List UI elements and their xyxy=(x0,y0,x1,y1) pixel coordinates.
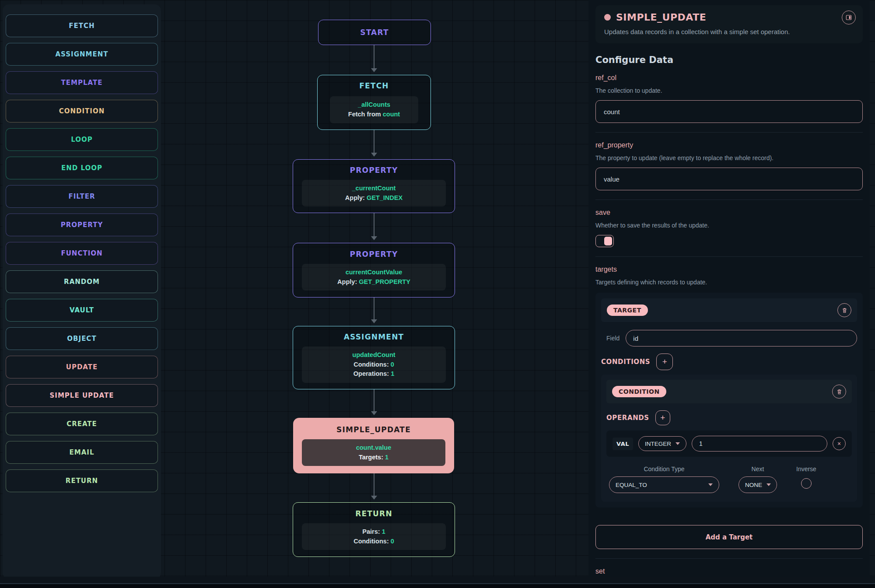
node-return-title: RETURN xyxy=(355,509,392,518)
operand-value-input[interactable] xyxy=(692,436,827,452)
inverse-radio[interactable] xyxy=(801,478,812,489)
palette-item-end-loop[interactable]: END LOOP xyxy=(6,157,158,179)
node-assignment-title: ASSIGNMENT xyxy=(344,332,404,341)
node-fetch-title: FETCH xyxy=(359,81,389,90)
panel-description: Updates data records in a collection wit… xyxy=(604,28,854,35)
save-label: save xyxy=(595,209,863,217)
close-icon: × xyxy=(837,440,841,447)
target-card: TARGET Field CONDITIONS + CONDITION xyxy=(595,293,863,508)
node-return-details: Pairs: 1 Conditions: 0 xyxy=(302,523,446,550)
trash-icon xyxy=(836,388,843,395)
condition-type-select[interactable]: EQUAL_TO xyxy=(609,476,719,493)
target-header-row: TARGET xyxy=(601,298,857,322)
ref-property-label: ref_property xyxy=(595,141,863,149)
palette-item-assignment[interactable]: ASSIGNMENT xyxy=(6,43,158,66)
trash-icon xyxy=(841,307,848,314)
edge-assignment-simpleupdate xyxy=(374,389,374,412)
palette-item-random[interactable]: RANDOM xyxy=(6,270,158,293)
divider xyxy=(595,200,863,200)
collapse-panel-button[interactable] xyxy=(842,10,856,24)
chevron-down-icon xyxy=(766,483,771,488)
palette-item-update[interactable]: UPDATE xyxy=(6,356,158,378)
node-property-2[interactable]: PROPERTY currentCountValue Apply: GET_PR… xyxy=(293,243,455,298)
condition-badge: CONDITION xyxy=(612,386,666,397)
node-property-1-details: _currentCount Apply: GET_INDEX xyxy=(302,180,446,207)
save-toggle[interactable] xyxy=(595,235,614,247)
condition-type-label: Condition Type xyxy=(644,466,684,472)
node-fetch[interactable]: FETCH _allCounts Fetch from count xyxy=(317,75,431,130)
plus-icon: + xyxy=(662,357,667,367)
node-property-2-title: PROPERTY xyxy=(350,250,398,259)
set-label: set xyxy=(595,567,863,575)
palette-item-function[interactable]: FUNCTION xyxy=(6,242,158,265)
config-panel: SIMPLE_UPDATE Updates data records in a … xyxy=(588,0,870,578)
bottom-bar xyxy=(0,577,875,583)
palette-item-vault[interactable]: VAULT xyxy=(6,299,158,322)
palette-item-email[interactable]: EMAIL xyxy=(6,441,158,464)
next-select[interactable]: NONE xyxy=(738,476,777,493)
node-palette-sidebar: FETCH ASSIGNMENT TEMPLATE CONDITION LOOP… xyxy=(3,4,161,579)
node-simple-update-title: SIMPLE_UPDATE xyxy=(336,425,411,434)
node-assignment[interactable]: ASSIGNMENT updatedCount Conditions: 0 Op… xyxy=(293,326,455,389)
node-property-2-details: currentCountValue Apply: GET_PROPERTY xyxy=(302,264,446,291)
ref-property-help: The property to update (leave empty to r… xyxy=(595,154,863,161)
palette-item-create[interactable]: CREATE xyxy=(6,413,158,435)
add-operand-button[interactable]: + xyxy=(655,410,670,425)
add-condition-button[interactable]: + xyxy=(656,354,673,370)
edge-property2-assignment xyxy=(374,298,374,320)
sidebar-layout-icon xyxy=(845,14,852,21)
edge-start-fetch xyxy=(374,45,374,69)
palette-item-property[interactable]: PROPERTY xyxy=(6,214,158,236)
save-help: Whether to save the results of the updat… xyxy=(595,222,863,229)
palette-item-return[interactable]: RETURN xyxy=(6,469,158,492)
delete-condition-button[interactable] xyxy=(832,385,846,399)
conditions-label: CONDITIONS xyxy=(601,358,650,366)
node-simple-update[interactable]: SIMPLE_UPDATE count.value Targets: 1 xyxy=(293,418,454,473)
operands-label: OPERANDS xyxy=(606,414,649,422)
chevron-down-icon xyxy=(676,442,680,447)
palette-item-simple-update[interactable]: SIMPLE UPDATE xyxy=(6,384,158,407)
node-property-1[interactable]: PROPERTY _currentCount Apply: GET_INDEX xyxy=(293,159,455,213)
panel-header: SIMPLE_UPDATE Updates data records in a … xyxy=(595,5,863,43)
field-input[interactable] xyxy=(626,330,857,346)
palette-item-template[interactable]: TEMPLATE xyxy=(6,71,158,94)
inverse-label: Inverse xyxy=(796,466,816,472)
operand-row: VAL INTEGER × xyxy=(606,430,852,457)
palette-item-object[interactable]: OBJECT xyxy=(6,327,158,350)
ref-col-label: ref_col xyxy=(595,74,863,82)
ref-col-help: The collection to update. xyxy=(595,87,863,94)
palette-item-fetch[interactable]: FETCH xyxy=(6,14,158,37)
edge-fetch-property1 xyxy=(374,130,374,153)
node-start[interactable]: START xyxy=(318,20,431,45)
divider xyxy=(595,558,863,559)
palette-item-filter[interactable]: FILTER xyxy=(6,185,158,208)
target-badge: TARGET xyxy=(607,304,648,316)
node-property-1-title: PROPERTY xyxy=(350,166,398,175)
delete-target-button[interactable] xyxy=(837,303,851,317)
chevron-down-icon xyxy=(708,483,713,488)
node-simple-update-details: count.value Targets: 1 xyxy=(302,439,445,466)
operand-kind-label: VAL xyxy=(612,438,633,450)
remove-operand-button[interactable]: × xyxy=(833,437,846,450)
condition-settings-row: Condition Type EQUAL_TO Next NONE Invers… xyxy=(606,466,852,497)
palette-item-loop[interactable]: LOOP xyxy=(6,128,158,151)
targets-label: targets xyxy=(595,266,863,273)
divider xyxy=(595,132,863,133)
add-target-button[interactable]: Add a Target xyxy=(595,525,863,549)
node-assignment-details: updatedCount Conditions: 0 Operations: 1 xyxy=(302,346,446,383)
condition-header-row: CONDITION xyxy=(606,380,852,403)
node-start-title: START xyxy=(360,28,389,37)
section-heading: Configure Data xyxy=(595,55,863,65)
node-fetch-details: _allCounts Fetch from count xyxy=(330,96,418,123)
node-return[interactable]: RETURN Pairs: 1 Conditions: 0 xyxy=(293,502,455,557)
targets-help: Targets defining which records to update… xyxy=(595,279,863,286)
edge-property1-property2 xyxy=(374,213,374,237)
palette-item-condition[interactable]: CONDITION xyxy=(6,100,158,122)
operand-type-select[interactable]: INTEGER xyxy=(638,436,686,451)
toggle-knob xyxy=(604,237,612,245)
bottom-edge xyxy=(0,584,875,588)
ref-property-input[interactable] xyxy=(595,168,863,190)
next-label: Next xyxy=(752,466,764,472)
ref-col-input[interactable] xyxy=(595,100,863,123)
plus-icon: + xyxy=(660,413,665,423)
